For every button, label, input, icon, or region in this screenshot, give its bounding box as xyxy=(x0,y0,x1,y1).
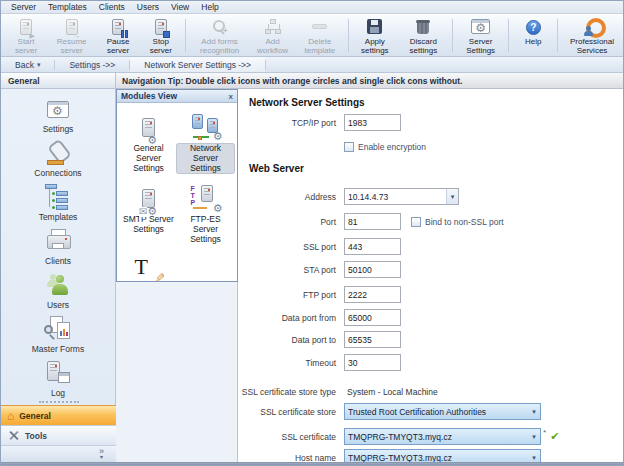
breadcrumb: Back ▾ Settings ->> Network Server Setti… xyxy=(1,57,624,73)
modules-grid: ⚙ General Server Settings ⚙ Network Serv… xyxy=(117,103,237,306)
application-window: Server Templates Clients Users View Help… xyxy=(0,0,624,466)
breadcrumb-separator xyxy=(265,60,266,70)
add-forms-recognition-button: + Add forms recognition xyxy=(189,16,251,55)
required-marker: * xyxy=(543,428,546,437)
nav-overflow-bar: »▾ xyxy=(1,445,116,462)
address-value: 10.14.4.73 xyxy=(345,192,446,202)
close-icon[interactable]: x xyxy=(229,92,233,101)
menu-users[interactable]: Users xyxy=(137,2,159,12)
tcpip-port-row: TCP/IP port xyxy=(238,114,401,131)
house-icon: ⌂ xyxy=(7,410,14,422)
general-server-settings-icon: ⚙ xyxy=(142,110,155,144)
resume-server-button: → Resume server xyxy=(47,16,96,55)
ssl-port-label: SSL port xyxy=(238,242,341,252)
menu-server[interactable]: Server xyxy=(11,2,36,12)
module-smtp-server-settings[interactable]: ✉⚙ SMTP Server Settings xyxy=(120,181,177,244)
chevron-overflow-icon[interactable]: »▾ xyxy=(99,448,104,460)
menu-help[interactable]: Help xyxy=(201,2,218,12)
stop-server-button[interactable]: Stop server xyxy=(140,16,182,55)
menu-view[interactable]: View xyxy=(171,2,189,12)
menu-clients[interactable]: Clients xyxy=(99,2,125,12)
enable-encryption-label: Enable encryption xyxy=(358,142,426,152)
chevron-down-icon[interactable]: ▾ xyxy=(528,429,540,444)
toolbar: ▶ Start server → Resume server Pause ser… xyxy=(1,14,624,57)
port-row: Port Bind to non-SSL port xyxy=(238,213,504,230)
sidebar-item-connections[interactable]: Connections xyxy=(13,139,103,178)
timeout-label: Timeout xyxy=(238,358,341,368)
bind-non-ssl-label: Bind to non-SSL port xyxy=(425,217,504,227)
window-bottom-border xyxy=(1,462,624,466)
module-ftp-es-server-settings[interactable]: FTP ⚙ FTP-ES Server Settings xyxy=(177,181,234,244)
settings-icon: ⚙ xyxy=(47,95,69,123)
sidebar: ⚙ Settings Connections Templates Clients xyxy=(1,89,116,463)
sidebar-item-log[interactable]: Log xyxy=(13,359,103,398)
sidebar-item-clients[interactable]: Clients xyxy=(13,227,103,266)
section-title-web-server: Web Server xyxy=(249,163,304,174)
enable-encryption-row: Enable encryption xyxy=(238,138,426,155)
sidebar-header: General xyxy=(1,73,116,89)
ssl-certificate-select[interactable]: TMQPRG-TMYQT3.myq.cz ▾ xyxy=(344,428,541,445)
host-name-select[interactable]: TMQPRG-TMYQT3.myq.cz ▾ xyxy=(344,449,541,463)
log-icon xyxy=(44,359,72,387)
toolbar-separator xyxy=(557,19,558,52)
delete-template-button: Delete template xyxy=(295,16,346,55)
module-network-server-settings[interactable]: ⚙ Network Server Settings xyxy=(177,110,234,173)
sta-port-input[interactable] xyxy=(344,261,401,278)
cert-store-select[interactable]: Trusted Root Certification Authorities ▾ xyxy=(344,403,541,420)
nav-button-tools[interactable]: Tools xyxy=(1,425,116,445)
apply-settings-button[interactable]: Apply settings xyxy=(352,16,398,55)
data-port-to-input[interactable] xyxy=(344,331,401,348)
ssl-port-input[interactable] xyxy=(344,238,401,255)
menu-templates[interactable]: Templates xyxy=(48,2,87,12)
discard-settings-button[interactable]: Discard settings xyxy=(398,16,449,55)
tcpip-port-input[interactable] xyxy=(344,114,401,131)
add-workflow-icon xyxy=(265,17,281,37)
server-stop-icon xyxy=(155,17,167,37)
host-name-row: Host name TMQPRG-TMYQT3.myq.cz ▾ xyxy=(238,449,541,463)
ftp-port-input[interactable] xyxy=(344,286,401,303)
menu-bar: Server Templates Clients Users View Help xyxy=(1,1,624,14)
pause-server-button[interactable]: Pause server xyxy=(96,16,140,55)
smtp-server-settings-icon: ✉⚙ xyxy=(142,181,155,215)
breadcrumb-settings[interactable]: Settings ->> xyxy=(55,57,129,72)
nav-button-general[interactable]: ⌂ General xyxy=(1,405,116,425)
tools-icon xyxy=(7,429,20,442)
address-select[interactable]: 10.14.4.73 ▾ xyxy=(344,188,459,205)
ftp-port-label: FTP port xyxy=(238,290,341,300)
server-settings-button[interactable]: ⚙ Server Settings xyxy=(456,16,506,55)
enable-encryption-checkbox[interactable] xyxy=(344,142,354,152)
data-port-to-label: Data port to xyxy=(238,335,341,345)
cert-store-type-value: System - Local Machine xyxy=(347,387,438,397)
toolbar-separator xyxy=(452,19,453,52)
professional-services-button[interactable]: Professional Services xyxy=(561,16,623,55)
sidebar-item-users[interactable]: Users xyxy=(13,271,103,310)
toolbar-separator xyxy=(508,19,509,52)
chevron-down-icon: ▾ xyxy=(37,61,41,69)
data-port-from-input[interactable] xyxy=(344,309,401,326)
port-input[interactable] xyxy=(344,213,401,230)
ftp-port-row: FTP port xyxy=(238,286,401,303)
modules-view-panel: Modules View x ⚙ General Server Settings… xyxy=(116,89,238,282)
sta-port-row: STA port xyxy=(238,261,401,278)
sidebar-item-master-forms[interactable]: Master Forms xyxy=(13,315,103,354)
module-general-server-settings[interactable]: ⚙ General Server Settings xyxy=(120,110,177,173)
cert-store-type-label: SSL certificate store type xyxy=(238,387,341,397)
ftp-es-server-settings-icon: FTP ⚙ xyxy=(191,181,221,215)
bind-non-ssl-checkbox[interactable] xyxy=(411,217,421,227)
server-start-icon: ▶ xyxy=(20,17,32,37)
breadcrumb-network-server-settings[interactable]: Network Server Settings ->> xyxy=(130,57,265,72)
host-name-label: Host name xyxy=(238,453,341,463)
sidebar-item-settings[interactable]: ⚙ Settings xyxy=(13,95,103,134)
modules-view-header[interactable]: Modules View x xyxy=(117,90,237,103)
network-server-settings-icon: ⚙ xyxy=(191,110,221,144)
chevron-down-icon[interactable]: ▾ xyxy=(528,404,540,419)
chevron-down-icon[interactable]: ▾ xyxy=(446,189,458,204)
timeout-input[interactable] xyxy=(344,354,401,371)
ssl-certificate-value: TMQPRG-TMYQT3.myq.cz xyxy=(345,432,528,442)
sidebar-item-templates[interactable]: Templates xyxy=(13,183,103,222)
ssl-port-row: SSL port xyxy=(238,238,401,255)
help-button[interactable]: ? Help xyxy=(512,16,554,55)
back-button[interactable]: Back ▾ xyxy=(1,57,54,72)
tcpip-port-label: TCP/IP port xyxy=(238,118,341,128)
clients-icon xyxy=(45,227,71,255)
